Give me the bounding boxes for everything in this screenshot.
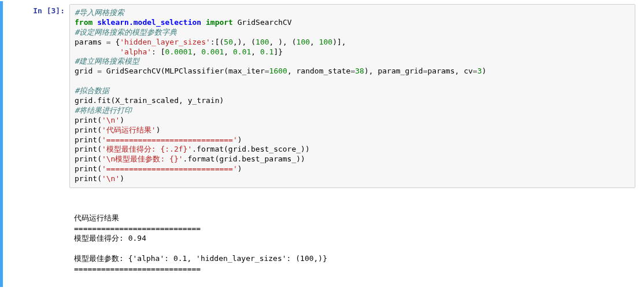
number-literal: 0.01 (233, 47, 251, 56)
string-literal: '\n模型最佳参数: {}' (102, 154, 183, 163)
code-text: ) (120, 116, 124, 124)
keyword-import: import (201, 18, 238, 27)
output-line: ============================ (74, 224, 201, 233)
output-line: ============================ (74, 264, 201, 273)
string-literal: '\n' (102, 116, 120, 124)
code-text: , (310, 38, 319, 46)
code-text: print( (75, 174, 102, 183)
code-text: ) (156, 126, 161, 134)
var-name: params (75, 38, 106, 46)
string-literal: '============================' (102, 135, 238, 144)
code-text: , (251, 47, 260, 56)
operator: = (473, 67, 478, 75)
number-literal: 0.0001 (165, 47, 193, 56)
code-text: : [ (151, 47, 165, 56)
operator: = (106, 38, 111, 46)
code-text: grid.fit(X_train_scaled, y_train) (75, 96, 224, 105)
code-text: , (224, 47, 233, 56)
code-text: , ), ( (269, 38, 297, 46)
number-literal: 100 (319, 38, 332, 46)
number-literal: 1600 (269, 67, 287, 75)
number-literal: 38 (355, 67, 364, 75)
code-text: , (193, 47, 202, 56)
code-text: params, cv (428, 67, 473, 75)
string-literal: 'hidden_layer_sizes' (120, 38, 210, 46)
code-text: { (111, 38, 120, 46)
code-text: ) (482, 67, 486, 75)
input-prompt: In [3]: (33, 6, 65, 15)
code-comment: #导入网格搜索 (75, 8, 124, 17)
code-text: ) (238, 164, 242, 173)
prompt-area: In [3]: (3, 4, 69, 284)
code-comment: #设定网络搜索的模型参数字典 (75, 28, 177, 36)
code-text: ) (120, 174, 124, 183)
code-text: print( (75, 145, 102, 153)
string-literal: 'alpha' (120, 47, 151, 56)
string-literal: '============================' (102, 164, 238, 173)
code-text: print( (75, 116, 102, 124)
output-line: 模型最佳得分: 0.94 (74, 234, 146, 242)
output-line: 代码运行结果 (74, 214, 119, 222)
code-text: ,), ( (233, 38, 256, 46)
string-literal: '\n' (102, 174, 120, 183)
keyword-from: from (75, 18, 97, 27)
code-text: print( (75, 154, 102, 163)
code-text: print( (75, 135, 102, 144)
string-literal: '代码运行结果' (102, 126, 156, 134)
code-comment: #将结果进行打印 (75, 106, 132, 115)
code-text: .format(grid.best_score_)) (192, 145, 310, 153)
number-literal: 0.001 (201, 47, 224, 56)
code-output: 代码运行结果 ============================ 模型最佳… (69, 188, 635, 284)
code-text: print( (75, 164, 102, 173)
code-text: ) (238, 135, 242, 144)
var-name: grid (75, 67, 97, 75)
code-text: ), param_grid (364, 67, 423, 75)
output-line: 模型最佳参数: {'alpha': 0.1, 'hidden_layer_siz… (74, 254, 327, 263)
indent (75, 47, 120, 56)
number-literal: 50 (224, 38, 233, 46)
class-name: GridSearchCV (238, 18, 292, 27)
cell-content: #导入网格搜索 from sklearn.model_selection imp… (69, 4, 641, 284)
number-literal: 100 (256, 38, 269, 46)
module-name: sklearn.model_selection (97, 18, 201, 27)
code-text: ]} (273, 47, 283, 56)
number-literal: 100 (297, 38, 310, 46)
operator: = (265, 67, 269, 75)
code-text: .format(grid.best_params_)) (183, 154, 305, 163)
code-text: )], (332, 38, 346, 46)
operator: = (97, 67, 102, 75)
number-literal: 0.1 (260, 47, 273, 56)
notebook-cell: In [3]: #导入网格搜索 from sklearn.model_selec… (0, 1, 644, 287)
code-text: print( (75, 126, 102, 134)
code-text: :[( (210, 38, 224, 46)
code-comment: #建立网络搜索模型 (75, 57, 139, 65)
string-literal: '模型最佳得分: {:.2f}' (102, 145, 192, 153)
code-text: , random_state (287, 67, 351, 75)
operator: = (423, 67, 428, 75)
code-comment: #拟合数据 (75, 86, 109, 95)
code-input[interactable]: #导入网格搜索 from sklearn.model_selection imp… (69, 4, 635, 188)
code-text: GridSearchCV(MLPClassifier(max_iter (102, 67, 265, 75)
